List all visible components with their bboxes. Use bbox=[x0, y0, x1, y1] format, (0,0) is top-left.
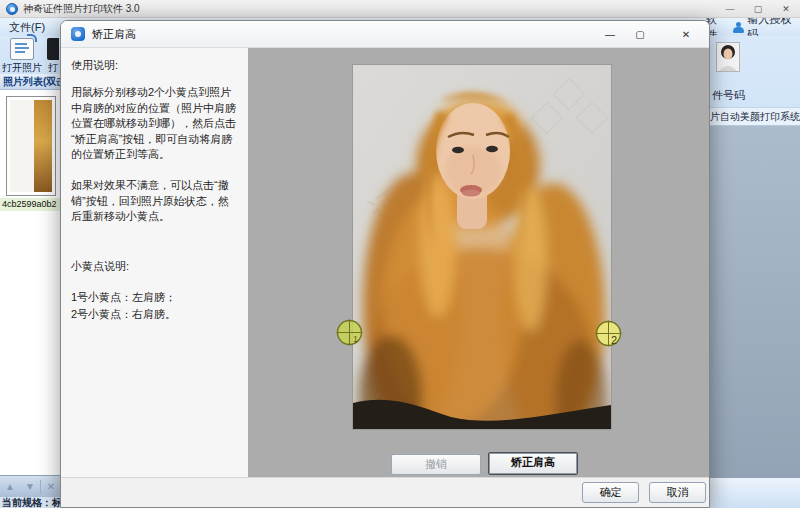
photo-list-header: 照片列表(双击 bbox=[0, 74, 62, 90]
dialog-minimize-icon[interactable]: — bbox=[595, 29, 625, 40]
ok-button[interactable]: 确定 bbox=[582, 482, 639, 503]
dot2-description: 2号小黄点：右肩膀。 bbox=[71, 307, 239, 322]
portrait-photo: 证件照 bbox=[353, 65, 611, 429]
dialog-logo-icon bbox=[71, 27, 85, 41]
minimize-icon[interactable]: — bbox=[716, 4, 744, 14]
dot1-description: 1号小黄点：左肩膀； bbox=[71, 290, 239, 305]
system-name-label: 片自动美颜打印系统 bbox=[710, 107, 800, 126]
user-icon bbox=[733, 22, 744, 33]
dialog-titlebar[interactable]: 矫正肩高 — ▢ ✕ bbox=[61, 21, 709, 48]
undo-button[interactable]: 撤销 bbox=[391, 454, 481, 475]
main-window-controls: — ▢ ✕ bbox=[716, 0, 800, 17]
open-photo-icon bbox=[10, 38, 34, 60]
cancel-button[interactable]: 取消 bbox=[649, 482, 706, 503]
delete-photo-icon[interactable]: ✕ bbox=[41, 481, 61, 492]
main-window-title: 神奇证件照片打印软件 3.0 bbox=[23, 2, 140, 16]
id-photo-thumbnail[interactable] bbox=[716, 42, 740, 72]
photo-thumbnail[interactable] bbox=[6, 96, 56, 196]
move-down-icon[interactable]: ▼ bbox=[20, 481, 40, 492]
correct-shoulder-button[interactable]: 矫正肩高 bbox=[488, 452, 578, 475]
maximize-icon[interactable]: ▢ bbox=[744, 4, 772, 14]
menubar-right: 软件 输入授权码 bbox=[706, 18, 800, 36]
id-number-label: 件号码 bbox=[712, 88, 800, 103]
photo-thumbnail-image bbox=[10, 100, 52, 192]
right-panel-footer bbox=[710, 478, 800, 508]
correct-shoulder-dialog: 矫正肩高 — ▢ ✕ 使用说明: 用鼠标分别移动2个小黄点到照片中肩膀的对应的位… bbox=[60, 20, 710, 508]
id-photo-image bbox=[717, 43, 739, 71]
shoulder-point-2[interactable]: 2 bbox=[595, 320, 622, 347]
dots-heading: 小黄点说明: bbox=[71, 259, 239, 274]
open-photo-button[interactable]: 打开照片 bbox=[0, 38, 44, 75]
dialog-maximize-icon[interactable]: ▢ bbox=[625, 29, 655, 40]
point2-label: 2 bbox=[611, 334, 617, 346]
dialog-window-controls: — ▢ ✕ bbox=[595, 21, 701, 48]
instructions-paragraph-1: 用鼠标分别移动2个小黄点到照片中肩膀的对应的位置（照片中肩膀位置在哪就移动到哪）… bbox=[71, 85, 239, 162]
second-tool-icon bbox=[47, 38, 59, 60]
dialog-body: 使用说明: 用鼠标分别移动2个小黄点到照片中肩膀的对应的位置（照片中肩膀位置在哪… bbox=[61, 48, 710, 479]
point1-label: 1 bbox=[353, 334, 358, 344]
photo-list-toolbar: ▲ ▼ ✕ bbox=[0, 475, 62, 497]
open-photo-label: 打开照片 bbox=[2, 62, 42, 73]
photo-work-area: 证件照 bbox=[248, 48, 710, 479]
instructions-panel: 使用说明: 用鼠标分别移动2个小黄点到照片中肩膀的对应的位置（照片中肩膀位置在哪… bbox=[61, 48, 248, 479]
right-panel-body bbox=[710, 126, 800, 478]
dialog-footer: 确定 取消 bbox=[61, 477, 710, 507]
app-logo-icon bbox=[6, 3, 18, 15]
current-spec-status: 当前规格：标 bbox=[0, 497, 62, 508]
screen: 神奇证件照片打印软件 3.0 — ▢ ✕ 文件(F) 编辑 软件 输入授权码 打… bbox=[0, 0, 800, 508]
second-tool-label: 打 bbox=[48, 62, 58, 73]
dialog-close-icon[interactable]: ✕ bbox=[671, 29, 701, 40]
photo-filename[interactable]: 4cb2599a0b2 bbox=[0, 198, 62, 211]
enter-license-button[interactable]: 输入授权码 bbox=[747, 18, 800, 36]
menu-file[interactable]: 文件(F) bbox=[0, 20, 54, 35]
shoulder-point-1[interactable]: 1 bbox=[336, 319, 363, 346]
instructions-heading: 使用说明: bbox=[71, 58, 239, 73]
main-titlebar: 神奇证件照片打印软件 3.0 — ▢ ✕ bbox=[0, 0, 800, 18]
move-up-icon[interactable]: ▲ bbox=[0, 481, 20, 492]
close-icon[interactable]: ✕ bbox=[772, 4, 800, 14]
instructions-paragraph-2: 如果对效果不满意，可以点击“撤销”按钮，回到照片原始状态，然后重新移动小黄点。 bbox=[71, 178, 239, 224]
dialog-title: 矫正肩高 bbox=[92, 27, 136, 42]
